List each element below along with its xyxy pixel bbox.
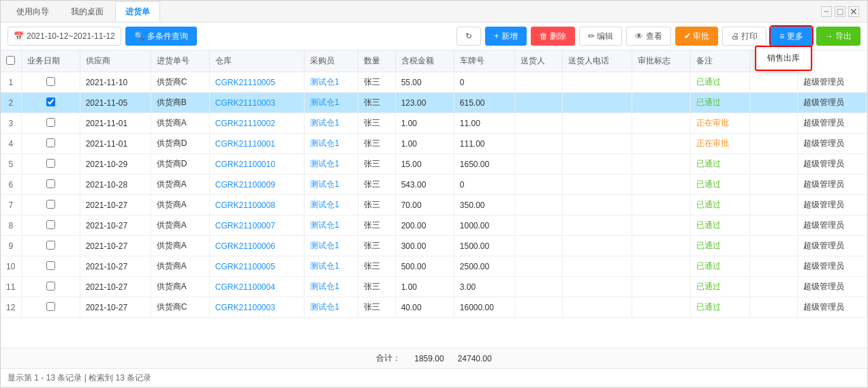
cell-delivery bbox=[563, 134, 632, 154]
cell-tax-amount: 16000.00 bbox=[454, 297, 514, 318]
cell-checkbox[interactable] bbox=[21, 93, 80, 113]
cell-warehouse[interactable]: 测试仓1 bbox=[305, 154, 358, 175]
cell-date: 2021-11-01 bbox=[80, 113, 151, 134]
col-plate: 车牌号 bbox=[454, 50, 514, 72]
cell-status: 已通过 bbox=[691, 215, 749, 236]
tab-bar: 使用向导 我的桌面 进货单 － □ ✕ bbox=[1, 1, 867, 23]
cell-warehouse[interactable]: 测试仓1 bbox=[305, 215, 358, 236]
cell-creator: 超级管理员 bbox=[797, 277, 867, 297]
cell-order-no[interactable]: CGRK21100008 bbox=[209, 195, 304, 215]
table-row: 7 2021-10-27 供货商A CGRK21100008 测试仓1 张三 7… bbox=[1, 195, 867, 215]
cell-warehouse[interactable]: 测试仓1 bbox=[305, 72, 358, 93]
col-select-all[interactable] bbox=[1, 50, 21, 72]
more-button[interactable]: ≡ 更多 bbox=[771, 27, 811, 46]
tab-guide[interactable]: 使用向导 bbox=[6, 1, 59, 22]
cell-phone bbox=[632, 297, 691, 318]
cell-creator: 超级管理员 bbox=[797, 236, 867, 256]
cell-checkbox[interactable] bbox=[21, 236, 80, 256]
cell-order-no[interactable]: CGRK21100006 bbox=[209, 236, 304, 256]
row-checkbox[interactable] bbox=[46, 118, 55, 127]
cell-plate bbox=[514, 154, 562, 175]
new-button[interactable]: + 新增 bbox=[485, 27, 526, 46]
cell-warehouse[interactable]: 测试仓1 bbox=[305, 297, 358, 318]
cell-checkbox[interactable] bbox=[21, 297, 80, 318]
cell-warehouse[interactable]: 测试仓1 bbox=[305, 93, 358, 113]
cell-warehouse[interactable]: 测试仓1 bbox=[305, 277, 358, 297]
maximize-button[interactable]: □ bbox=[835, 6, 846, 17]
print-button[interactable]: 🖨 打印 bbox=[722, 27, 766, 46]
cell-order-no[interactable]: CGRK21100010 bbox=[209, 154, 304, 175]
row-checkbox[interactable] bbox=[46, 302, 55, 311]
row-num: 9 bbox=[1, 236, 21, 256]
cell-order-no[interactable]: CGRK21110002 bbox=[209, 113, 304, 134]
row-checkbox[interactable] bbox=[46, 282, 55, 290]
cell-order-no[interactable]: CGRK21100005 bbox=[209, 256, 304, 277]
cell-order-no[interactable]: CGRK21110001 bbox=[209, 134, 304, 154]
cell-order-no[interactable]: CGRK21100004 bbox=[209, 277, 304, 297]
cell-date: 2021-11-10 bbox=[80, 72, 151, 93]
row-checkbox[interactable] bbox=[46, 200, 55, 209]
row-checkbox[interactable] bbox=[46, 138, 55, 147]
row-checkbox[interactable] bbox=[46, 220, 55, 229]
cell-delivery bbox=[563, 215, 632, 236]
cell-order-no[interactable]: CGRK21100007 bbox=[209, 215, 304, 236]
delete-button[interactable]: 🗑 删除 bbox=[531, 27, 575, 46]
cell-phone bbox=[632, 175, 691, 195]
cell-tax-amount: 1500.00 bbox=[454, 236, 514, 256]
cell-checkbox[interactable] bbox=[21, 277, 80, 297]
cell-checkbox[interactable] bbox=[21, 154, 80, 175]
col-order-no: 进货单号 bbox=[151, 50, 209, 72]
cell-order-no[interactable]: CGRK21100003 bbox=[209, 297, 304, 318]
cell-warehouse[interactable]: 测试仓1 bbox=[305, 113, 358, 134]
view-button[interactable]: 👁 查看 bbox=[626, 27, 670, 46]
tab-desktop[interactable]: 我的桌面 bbox=[61, 1, 114, 22]
close-button[interactable]: ✕ bbox=[848, 6, 859, 17]
row-checkbox[interactable] bbox=[46, 159, 55, 168]
table-row: 6 2021-10-28 供货商A CGRK21100009 测试仓1 张三 5… bbox=[1, 175, 867, 195]
export-button[interactable]: → 导出 bbox=[816, 27, 861, 46]
row-checkbox[interactable] bbox=[46, 179, 55, 188]
cell-checkbox[interactable] bbox=[21, 175, 80, 195]
cell-creator: 超级管理员 bbox=[797, 297, 867, 318]
row-num: 4 bbox=[1, 134, 21, 154]
col-buyer: 采购员 bbox=[305, 50, 358, 72]
cell-checkbox[interactable] bbox=[21, 113, 80, 134]
row-checkbox[interactable] bbox=[46, 261, 55, 270]
row-checkbox[interactable] bbox=[46, 241, 55, 250]
search-button[interactable]: 🔍 多条件查询 bbox=[125, 27, 197, 46]
tab-purchase[interactable]: 进货单 bbox=[115, 1, 160, 22]
date-range-input[interactable]: 📅 2021-10-12~2021-11-12 bbox=[7, 27, 121, 46]
summary-label: 合计： bbox=[376, 353, 401, 364]
cell-warehouse[interactable]: 测试仓1 bbox=[305, 236, 358, 256]
edit-button[interactable]: ✏ 编辑 bbox=[579, 27, 622, 46]
cell-warehouse[interactable]: 测试仓1 bbox=[305, 134, 358, 154]
approve-button[interactable]: ✔ 审批 bbox=[675, 27, 718, 46]
cell-checkbox[interactable] bbox=[21, 256, 80, 277]
cell-status: 已通过 bbox=[691, 297, 749, 318]
select-all-checkbox[interactable] bbox=[6, 56, 15, 65]
refresh-button[interactable]: ↻ bbox=[456, 27, 481, 46]
cell-checkbox[interactable] bbox=[21, 215, 80, 236]
cell-order-no[interactable]: CGRK21110003 bbox=[209, 93, 304, 113]
row-checkbox[interactable] bbox=[46, 98, 55, 106]
cell-warehouse[interactable]: 测试仓1 bbox=[305, 256, 358, 277]
cell-delivery bbox=[563, 236, 632, 256]
minimize-button[interactable]: － bbox=[821, 6, 832, 17]
sales-outbound-item[interactable]: 销售出库 bbox=[756, 47, 811, 70]
cell-date: 2021-10-27 bbox=[80, 297, 151, 318]
cell-creator: 超级管理员 bbox=[797, 93, 867, 113]
row-num: 8 bbox=[1, 215, 21, 236]
cell-order-no[interactable]: CGRK21100009 bbox=[209, 175, 304, 195]
cell-warehouse[interactable]: 测试仓1 bbox=[305, 175, 358, 195]
cell-warehouse[interactable]: 测试仓1 bbox=[305, 195, 358, 215]
table-row: 10 2021-10-27 供货商A CGRK21100005 测试仓1 张三 … bbox=[1, 256, 867, 277]
cell-checkbox[interactable] bbox=[21, 134, 80, 154]
cell-checkbox[interactable] bbox=[21, 72, 80, 93]
cell-order-no[interactable]: CGRK21110005 bbox=[209, 72, 304, 93]
cell-supplier: 供货商D bbox=[151, 154, 209, 175]
cell-qty: 55.00 bbox=[395, 72, 454, 93]
cell-checkbox[interactable] bbox=[21, 195, 80, 215]
row-checkbox[interactable] bbox=[46, 77, 55, 86]
cell-creator: 超级管理员 bbox=[797, 195, 867, 215]
cell-qty: 123.00 bbox=[395, 93, 454, 113]
